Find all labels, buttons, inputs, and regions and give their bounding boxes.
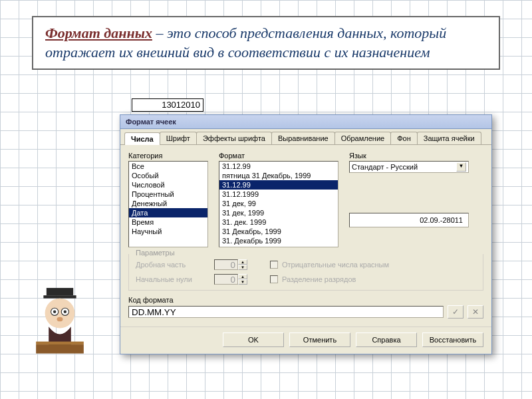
tab-4[interactable]: Обрамление xyxy=(334,132,392,144)
leading-spinner[interactable]: ▲▼ xyxy=(214,274,247,285)
format-code-label: Код формата xyxy=(128,296,483,304)
thousands-label: Разделение разрядов xyxy=(282,275,356,283)
negative-red-label: Отрицательные числа красным xyxy=(282,261,389,269)
tab-2[interactable]: Эффекты шрифта xyxy=(196,132,272,144)
list-item[interactable]: Все xyxy=(129,162,207,171)
list-item[interactable]: 31. дек. 1999 xyxy=(219,217,338,227)
checkbox-icon xyxy=(270,261,278,269)
svg-point-7 xyxy=(57,317,63,322)
list-item[interactable]: 31. Декабрь 1999 xyxy=(219,236,338,245)
list-item[interactable]: Числовой xyxy=(129,180,207,190)
list-item[interactable]: 31.12.99 xyxy=(219,162,338,171)
svg-point-5 xyxy=(53,311,56,313)
checkbox-icon xyxy=(270,275,278,283)
cell-value: 13012010 xyxy=(132,98,203,112)
chevron-down-icon[interactable]: ▼ xyxy=(456,162,466,172)
language-select[interactable]: Стандарт - Русский ▼ xyxy=(349,161,469,173)
help-button[interactable]: Справка xyxy=(356,332,417,347)
svg-rect-9 xyxy=(36,342,84,344)
decimal-label: Дробная часть xyxy=(136,261,202,269)
svg-point-2 xyxy=(45,299,75,329)
delete-icon[interactable]: ✕ xyxy=(467,305,483,319)
list-item[interactable]: Особый xyxy=(129,171,207,180)
tab-5[interactable]: Фон xyxy=(390,132,418,144)
tab-6[interactable]: Защита ячейки xyxy=(417,132,481,144)
thousands-checkbox[interactable]: Разделение разрядов xyxy=(270,275,356,283)
category-label: Категория xyxy=(128,152,208,160)
leading-label: Начальные нули xyxy=(136,275,202,283)
heading-title: Формат данных xyxy=(45,25,152,41)
reset-button[interactable]: Восстановить xyxy=(422,332,483,347)
list-item[interactable]: 31 дек, 99 xyxy=(219,199,338,208)
preview-box: 02.09.-28011 xyxy=(349,213,469,227)
cancel-button[interactable]: Отменить xyxy=(289,332,350,347)
params-group: Параметры Дробная часть ▲▼ Отрицательные… xyxy=(128,254,483,291)
negative-red-checkbox[interactable]: Отрицательные числа красным xyxy=(270,261,389,269)
svg-rect-1 xyxy=(43,295,76,298)
svg-rect-0 xyxy=(47,288,73,295)
tab-1[interactable]: Шрифт xyxy=(160,132,197,144)
format-listbox[interactable]: 31.12.99пятница 31 Декабрь, 199931.12.99… xyxy=(219,161,338,247)
language-label: Язык xyxy=(349,152,469,160)
tab-0[interactable]: Числа xyxy=(124,132,160,145)
format-code-input[interactable] xyxy=(128,306,444,318)
decimal-input[interactable] xyxy=(214,259,238,270)
list-item[interactable]: Время xyxy=(129,217,207,227)
mascot-image xyxy=(23,282,97,356)
arrow-up-icon[interactable]: ▲ xyxy=(238,259,247,265)
decimal-spinner[interactable]: ▲▼ xyxy=(214,259,247,270)
list-item[interactable]: Дата xyxy=(129,208,207,217)
list-item[interactable]: 31 Декабрь, 1999 xyxy=(219,227,338,236)
list-item[interactable]: Процентный xyxy=(129,190,207,199)
list-item[interactable]: Научный xyxy=(129,227,207,236)
tab-3[interactable]: Выравнивание xyxy=(271,132,335,144)
params-legend: Параметры xyxy=(133,249,178,257)
svg-point-6 xyxy=(64,311,66,313)
svg-rect-8 xyxy=(36,344,84,353)
list-item[interactable]: пятница 31 Декабрь, 1999 xyxy=(219,171,338,180)
language-value: Стандарт - Русский xyxy=(352,163,418,171)
ok-button[interactable]: OK xyxy=(223,332,284,347)
check-icon[interactable]: ✓ xyxy=(448,305,464,319)
dialog-title: Формат ячеек xyxy=(120,115,491,129)
list-item[interactable]: 31.12.99 xyxy=(219,180,338,190)
list-item[interactable]: Денежный xyxy=(129,199,207,208)
leading-input[interactable] xyxy=(214,274,238,285)
category-listbox[interactable]: ВсеОсобыйЧисловойПроцентныйДенежныйДатаВ… xyxy=(128,161,208,247)
arrow-down-icon[interactable]: ▼ xyxy=(238,265,247,270)
arrow-up-icon[interactable]: ▲ xyxy=(238,274,247,279)
tabs-row: ЧислаШрифтЭффекты шрифтаВыравниваниеОбра… xyxy=(120,129,491,145)
format-cells-dialog: Формат ячеек ЧислаШрифтЭффекты шрифтаВыр… xyxy=(120,114,492,354)
format-label: Формат xyxy=(219,152,338,160)
list-item[interactable]: 31.12.1999 xyxy=(219,190,338,199)
arrow-down-icon[interactable]: ▼ xyxy=(238,279,247,285)
list-item[interactable]: 31 дек, 1999 xyxy=(219,208,338,217)
heading-box: Формат данных – это способ представления… xyxy=(32,16,500,70)
